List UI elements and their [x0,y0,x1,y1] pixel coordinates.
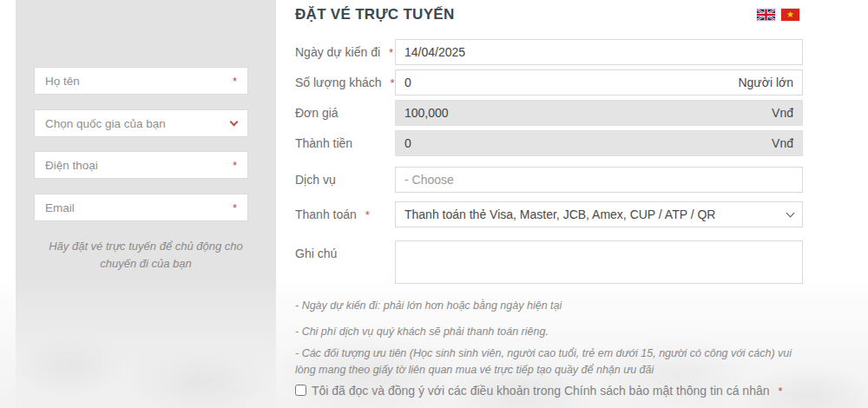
phone-field[interactable]: * [35,152,247,178]
departure-date-label: Ngày dự kiến đi * [295,39,393,65]
guest-type-suffix: Người lớn [738,76,793,89]
unit-price-field: Vnđ [395,100,803,126]
label-text: Thanh toán [295,207,357,221]
total-amount-input [404,136,772,150]
total-amount-label: Thành tiền [295,130,352,156]
country-select[interactable] [35,110,247,136]
services-input[interactable] [404,173,793,187]
unit-price-label: Đơn giá [295,100,339,126]
payment-method-value: Thanh toán thẻ Visa, Master, JCB, Amex, … [404,207,787,221]
email-field[interactable]: * [35,194,247,220]
contact-panel: * * * Hãy đặt vé trực tuyến để chủ động … [16,0,276,408]
payment-method-select[interactable]: Thanh toán thẻ Visa, Master, JCB, Amex, … [395,201,803,227]
hint-priority-groups: - Các đối tượng ưu tiên (Học sinh sinh v… [295,345,809,378]
vietnam-flag-icon[interactable]: ★ [781,9,799,21]
fullname-field[interactable]: * [35,68,247,94]
required-asterisk: * [390,76,394,89]
unit-price-input [404,106,772,120]
total-amount-field: Vnđ [395,130,803,156]
guest-count-field[interactable]: Người lớn [395,69,803,95]
chevron-down-icon [786,208,795,217]
vietnam-flag-star: ★ [786,10,794,19]
hint-date-rule: - Ngày dự kiến đi: phải lớn hơn hoặc bằn… [295,298,809,314]
fullname-input[interactable] [45,75,227,88]
label-text: Ghi chú [295,247,337,260]
required-asterisk: * [233,201,237,214]
hint-service-fee: - Chi phí dịch vụ quý khách sẽ phải than… [295,324,809,340]
notes-label: Ghi chú [295,240,337,267]
currency-suffix: Vnđ [772,106,793,120]
english-flag-icon[interactable] [757,9,775,21]
chevron-down-icon [230,117,239,126]
required-asterisk: * [389,46,393,59]
label-text: Dịch vụ [295,173,336,187]
agreement-row: Tôi đã đọc và đồng ý với các điều khoản … [295,383,809,399]
phone-input[interactable] [45,159,227,172]
agreement-label: Tôi đã đọc và đồng ý với các điều khoản … [312,384,770,398]
label-text: Đơn giá [295,106,339,120]
email-input[interactable] [45,201,227,214]
label-text: Số lượng khách [295,76,382,89]
services-field[interactable] [395,167,803,193]
booking-hint-text: Hãy đặt vé trực tuyến để chủ động cho ch… [42,238,250,273]
required-asterisk: * [233,75,237,88]
payment-method-label: Thanh toán * [295,201,370,227]
language-switcher: ★ [757,9,799,21]
label-text: Thành tiền [295,136,352,150]
agreement-text: Tôi đã đọc và đồng ý với các điều khoản … [312,383,782,399]
required-asterisk: * [365,208,370,221]
guest-count-label: Số lượng khách * [295,69,394,95]
agreement-checkbox[interactable] [295,385,306,396]
required-asterisk: * [778,385,782,398]
notes-field[interactable] [395,240,803,284]
page-title: ĐẶT VÉ TRỰC TUYẾN [295,6,455,23]
departure-date-input[interactable] [404,45,793,59]
services-label: Dịch vụ [295,167,336,193]
booking-form: ĐẶT VÉ TRỰC TUYẾN ★ Ngày dự kiến đi * Số… [295,0,807,408]
departure-date-field[interactable] [395,39,803,65]
label-text: Ngày dự kiến đi [295,45,380,59]
notes-textarea[interactable] [404,245,793,280]
currency-suffix: Vnđ [772,136,793,150]
guest-count-input[interactable] [404,76,738,89]
country-select-input[interactable] [45,117,226,130]
required-asterisk: * [233,159,237,172]
